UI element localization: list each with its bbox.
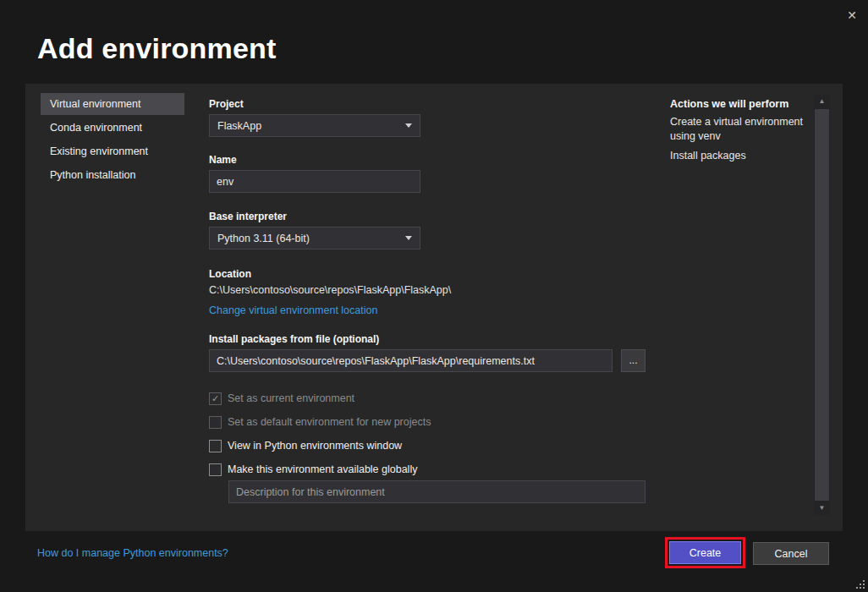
checkbox-make-available-globally[interactable]: Make this environment available globally — [209, 463, 417, 476]
sidebar-item-python-installation[interactable]: Python installation — [41, 164, 184, 186]
scroll-up-icon[interactable]: ▲ — [814, 95, 830, 108]
scrollbar[interactable]: ▲ ▼ — [814, 95, 830, 515]
actions-panel-title: Actions we will perform — [670, 98, 788, 110]
scroll-down-icon[interactable]: ▼ — [814, 502, 830, 515]
project-dropdown[interactable]: FlaskApp — [209, 114, 420, 137]
change-location-link[interactable]: Change virtual environment location — [209, 304, 377, 316]
close-icon[interactable]: ✕ — [843, 7, 860, 24]
base-interpreter-dropdown[interactable]: Python 3.11 (64-bit) — [209, 227, 420, 249]
location-label: Location — [209, 268, 251, 280]
chevron-down-icon — [405, 123, 412, 128]
create-button[interactable]: Create — [669, 541, 741, 564]
location-value: C:\Users\contoso\source\repos\FlaskApp\F… — [209, 284, 451, 296]
checkbox-checked-icon: ✓ — [209, 392, 222, 405]
add-environment-dialog: { "dialog": { "title": "Add environment"… — [0, 0, 868, 592]
install-packages-label: Install packages from file (optional) — [209, 333, 379, 345]
create-button-highlight: Create — [665, 537, 745, 568]
chevron-down-icon — [405, 236, 412, 240]
checkbox-label: View in Python environments window — [228, 440, 402, 452]
action-item: Create a virtual environment using venv — [670, 115, 804, 143]
project-label: Project — [209, 98, 244, 110]
help-link[interactable]: How do I manage Python environments? — [37, 547, 228, 559]
description-input[interactable] — [228, 480, 646, 503]
checkbox-view-in-environments-window[interactable]: View in Python environments window — [209, 439, 402, 452]
sidebar-item-conda-environment[interactable]: Conda environment — [41, 117, 184, 139]
project-dropdown-value: FlaskApp — [217, 120, 261, 132]
cancel-button[interactable]: Cancel — [753, 542, 829, 565]
checkbox-unchecked-icon — [209, 416, 222, 429]
check-icon: ✓ — [212, 393, 219, 404]
page-title: Add environment — [37, 32, 277, 65]
checkbox-unchecked-icon[interactable] — [209, 463, 222, 476]
sidebar-item-virtual-environment[interactable]: Virtual environment — [41, 93, 184, 115]
checkbox-unchecked-icon[interactable] — [209, 440, 222, 452]
checkbox-label: Make this environment available globally — [228, 463, 417, 475]
checkbox-set-current-environment: ✓ Set as current environment — [209, 392, 354, 405]
sidebar-item-existing-environment[interactable]: Existing environment — [41, 140, 184, 162]
checkbox-label: Set as current environment — [228, 392, 354, 404]
resize-grip-icon[interactable] — [854, 578, 865, 589]
name-input[interactable] — [209, 170, 420, 193]
name-label: Name — [209, 154, 237, 166]
scrollbar-thumb[interactable] — [815, 109, 829, 501]
checkbox-label: Set as default environment for new proje… — [228, 416, 431, 428]
base-interpreter-dropdown-value: Python 3.11 (64-bit) — [217, 233, 310, 244]
browse-button[interactable]: ... — [621, 349, 646, 372]
install-packages-input[interactable] — [209, 349, 613, 372]
checkbox-set-default-environment: Set as default environment for new proje… — [209, 415, 431, 429]
action-item: Install packages — [670, 149, 804, 163]
base-interpreter-label: Base interpreter — [209, 211, 287, 222]
